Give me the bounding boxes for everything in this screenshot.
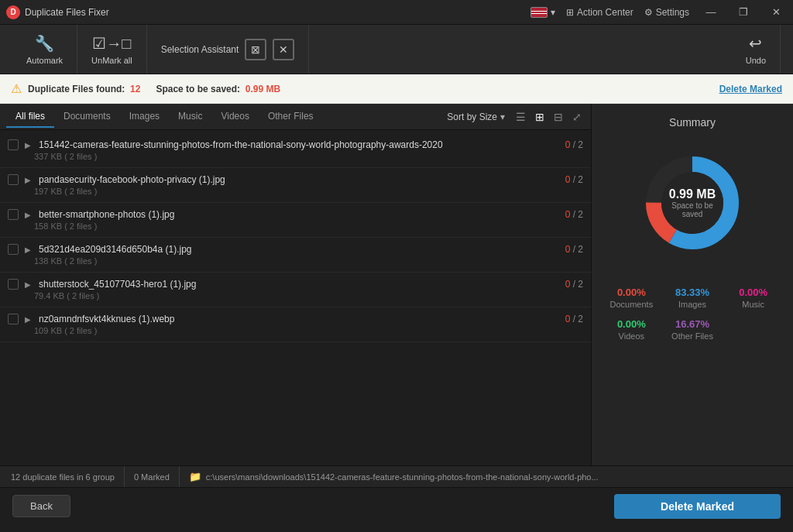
tab-music[interactable]: Music bbox=[169, 106, 211, 128]
tab-documents[interactable]: Documents bbox=[54, 106, 120, 128]
action-center-label: Action Center bbox=[577, 7, 633, 18]
undo-label: Undo bbox=[746, 56, 766, 65]
file-count-3: 0 / 2 bbox=[565, 244, 583, 255]
summary-title: Summary bbox=[669, 116, 716, 129]
undo-button[interactable]: ↩ Undo bbox=[732, 25, 781, 74]
sort-label: Sort by Size bbox=[447, 112, 497, 122]
delete-marked-button[interactable]: Delete Marked bbox=[614, 494, 781, 519]
duplicate-summary: 12 duplicate files in 6 group bbox=[8, 466, 125, 487]
stat-images: 83.33% Images bbox=[665, 287, 720, 309]
tab-other-files[interactable]: Other Files bbox=[259, 106, 323, 128]
file-group: ▶ 5d321d4ea209d3146d650b4a (1).jpg 0 / 2… bbox=[0, 238, 591, 273]
list-view-icon[interactable]: ☰ bbox=[513, 109, 529, 125]
duplicate-info: Duplicate Files found: 12 bbox=[28, 84, 140, 94]
sort-arrow: ▾ bbox=[500, 112, 505, 122]
file-checkbox-2[interactable] bbox=[8, 209, 19, 220]
other-label: Other Files bbox=[665, 331, 720, 341]
stat-other: 16.67% Other Files bbox=[665, 318, 720, 341]
images-pct: 83.33% bbox=[665, 287, 720, 298]
restore-button[interactable]: ❐ bbox=[733, 2, 754, 23]
file-checkbox-4[interactable] bbox=[8, 279, 19, 290]
tab-videos[interactable]: Videos bbox=[211, 106, 258, 128]
expand-view-icon[interactable]: ⤢ bbox=[569, 109, 585, 125]
titlebar: D Duplicate Files Fixer ▾ ⊞ Action Cente… bbox=[0, 0, 793, 25]
selection-assistant: Selection Assistant ⊠ ✕ bbox=[147, 25, 310, 74]
path-text: c:\users\mansi\downloads\151442-cameras-… bbox=[206, 472, 599, 482]
statusbar: 12 duplicate files in 6 group 0 Marked 📁… bbox=[0, 465, 793, 487]
warning-icon: ⚠ bbox=[11, 81, 22, 96]
file-group: ▶ nz0amndnfsvkt4kknues (1).webp 0 / 2 10… bbox=[0, 307, 591, 342]
close-button[interactable]: ✕ bbox=[765, 2, 787, 23]
music-pct: 0.00% bbox=[726, 287, 781, 298]
stat-videos: 0.00% Videos bbox=[604, 318, 659, 341]
flag-region[interactable]: ▾ bbox=[530, 7, 555, 18]
tab-images[interactable]: Images bbox=[120, 106, 169, 128]
bottombar: Back Delete Marked bbox=[0, 487, 793, 524]
file-group: ▶ 151442-cameras-feature-stunning-photos… bbox=[0, 133, 591, 168]
file-count-1: 0 / 2 bbox=[565, 174, 583, 185]
file-header: ▶ nz0amndnfsvkt4kknues (1).webp 0 / 2 bbox=[8, 314, 583, 324]
file-checkbox-0[interactable] bbox=[8, 139, 19, 150]
automark-button[interactable]: 🔧 Automark bbox=[12, 25, 77, 74]
infobar: ⚠ Duplicate Files found: 12 Space to be … bbox=[0, 74, 793, 104]
selection-assistant-label: Selection Assistant bbox=[161, 44, 239, 55]
expand-arrow-5[interactable]: ▶ bbox=[25, 315, 33, 324]
file-count-5: 0 / 2 bbox=[565, 314, 583, 324]
file-checkbox-3[interactable] bbox=[8, 244, 19, 255]
summary-panel: Summary 0.99 MB Space to be saved 0.00% bbox=[592, 104, 793, 465]
settings-icon: ⚙ bbox=[644, 7, 653, 18]
file-meta-5: 109 KB ( 2 files ) bbox=[8, 326, 583, 335]
expand-arrow-2[interactable]: ▶ bbox=[25, 211, 33, 219]
file-checkbox-5[interactable] bbox=[8, 314, 19, 324]
videos-pct: 0.00% bbox=[604, 318, 659, 330]
expand-arrow-0[interactable]: ▶ bbox=[25, 141, 33, 149]
marked-summary-text: 0 Marked bbox=[134, 472, 170, 482]
automark-label: Automark bbox=[26, 56, 63, 65]
expand-arrow-3[interactable]: ▶ bbox=[25, 245, 33, 254]
duplicate-count: 12 bbox=[130, 84, 140, 94]
automark-icon: 🔧 bbox=[35, 34, 54, 53]
expand-arrow-1[interactable]: ▶ bbox=[25, 176, 33, 184]
file-meta-2: 158 KB ( 2 files ) bbox=[8, 221, 583, 231]
action-center-btn[interactable]: ⊞ Action Center bbox=[566, 7, 633, 18]
unmark-all-button[interactable]: ☑→□ UnMark all bbox=[77, 25, 147, 74]
marked-summary: 0 Marked bbox=[125, 466, 180, 487]
settings-btn[interactable]: ⚙ Settings bbox=[644, 7, 689, 18]
expand-arrow-4[interactable]: ▶ bbox=[25, 280, 33, 289]
undo-icon: ↩ bbox=[749, 34, 762, 53]
minimize-button[interactable]: — bbox=[700, 2, 722, 23]
selection-icon-1[interactable]: ⊠ bbox=[245, 39, 266, 60]
delete-marked-link[interactable]: Delete Marked bbox=[719, 84, 782, 94]
file-checkbox-1[interactable] bbox=[8, 174, 19, 185]
tab-all-files[interactable]: All files bbox=[6, 106, 54, 128]
sort-control[interactable]: Sort by Size ▾ bbox=[447, 112, 505, 122]
detail-view-icon[interactable]: ⊞ bbox=[532, 109, 548, 125]
file-group: ▶ shutterstock_451077043-hero1 (1).jpg 0… bbox=[0, 273, 591, 307]
file-meta-3: 138 KB ( 2 files ) bbox=[8, 256, 583, 266]
file-group: ▶ better-smartphone-photos (1).jpg 0 / 2… bbox=[0, 203, 591, 238]
donut-label: Space to be saved bbox=[661, 201, 723, 218]
grid-view-icon[interactable]: ⊟ bbox=[551, 109, 566, 125]
stat-documents: 0.00% Documents bbox=[604, 287, 659, 309]
main-content: All files Documents Images Music Videos … bbox=[0, 104, 793, 465]
donut-center: 0.99 MB Space to be saved bbox=[661, 187, 723, 218]
title-actions: ▾ ⊞ Action Center ⚙ Settings — ❐ ✕ bbox=[530, 2, 787, 23]
file-meta-1: 197 KB ( 2 files ) bbox=[8, 187, 583, 196]
duplicate-label: Duplicate Files found: bbox=[28, 84, 125, 94]
back-button[interactable]: Back bbox=[12, 495, 70, 517]
file-name-0: 151442-cameras-feature-stunning-photos-f… bbox=[39, 139, 559, 150]
selection-icon-2[interactable]: ✕ bbox=[273, 39, 294, 60]
file-meta-4: 79.4 KB ( 2 files ) bbox=[8, 291, 583, 300]
space-info: Space to be saved: 0.99 MB bbox=[156, 84, 280, 94]
space-value: 0.99 MB bbox=[245, 84, 280, 94]
documents-pct: 0.00% bbox=[604, 287, 659, 298]
music-label: Music bbox=[726, 300, 781, 309]
file-header: ▶ shutterstock_451077043-hero1 (1).jpg 0… bbox=[8, 279, 583, 290]
folder-icon: 📁 bbox=[189, 471, 201, 482]
file-name-4: shutterstock_451077043-hero1 (1).jpg bbox=[39, 279, 559, 290]
file-name-5: nz0amndnfsvkt4kknues (1).webp bbox=[39, 314, 559, 324]
tabs-bar: All files Documents Images Music Videos … bbox=[0, 104, 591, 130]
flag-icon bbox=[530, 7, 548, 18]
flag-arrow: ▾ bbox=[551, 7, 555, 18]
unmark-all-label: UnMark all bbox=[91, 56, 132, 65]
